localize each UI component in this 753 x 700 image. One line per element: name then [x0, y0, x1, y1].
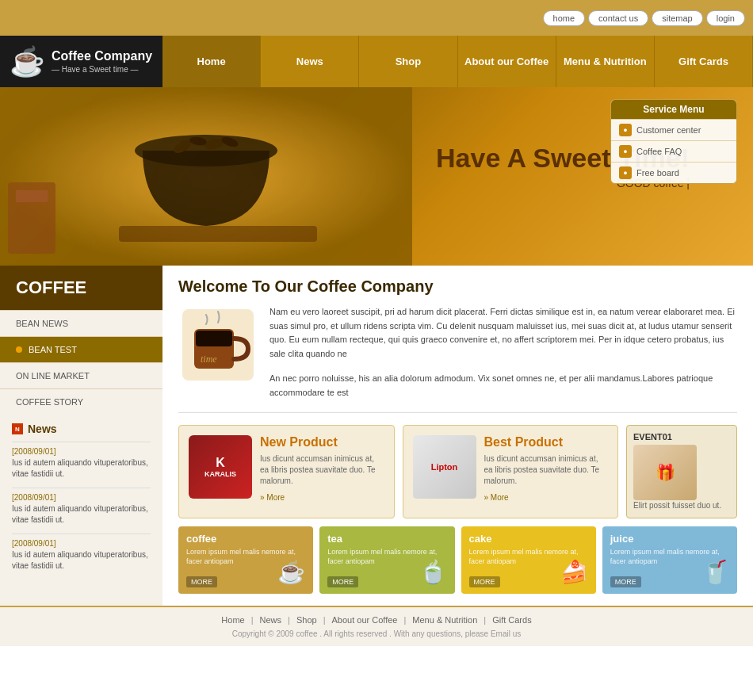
tagline: — Have a Sweet time — — [52, 65, 152, 74]
best-product-image: Lipton — [413, 435, 476, 499]
sidebar-item-bean-test[interactable]: BEAN TEST — [0, 336, 162, 362]
category-tea[interactable]: tea Lorem ipsum mel malis nemore at, fac… — [319, 526, 454, 594]
nav-shop[interactable]: Shop — [359, 36, 457, 87]
logo-area: ☕ Coffee Company — Have a Sweet time — — [0, 36, 162, 87]
home-topbtn[interactable]: home — [543, 10, 586, 26]
category-juice-title: juice — [610, 533, 729, 545]
sidebar-item-bean-news[interactable]: BEAN NEWS — [0, 310, 162, 336]
service-menu-title: Service Menu — [611, 100, 736, 119]
new-product-card: K KARALIS New Product Ius dicunt accumsa… — [178, 425, 395, 518]
footer-home-link[interactable]: Home — [215, 615, 250, 625]
best-product-card: Lipton Best Product Ius dicunt accumsan … — [403, 425, 619, 518]
logo-text: Coffee Company — Have a Sweet time — — [52, 49, 152, 74]
lipton-bag-image: Lipton — [413, 435, 476, 499]
best-product-more-link[interactable]: More — [484, 493, 509, 502]
footer-news-link[interactable]: News — [254, 615, 289, 625]
svg-text:time: time — [201, 354, 217, 365]
best-product-info: Best Product Ius dicunt accumsan inimicu… — [484, 435, 609, 508]
news-date-2: [2008/09/01] — [12, 493, 151, 502]
main-nav: Home News Shop About our Coffee Menu & N… — [162, 36, 753, 87]
sidebar-coffee-header: COFFEE — [0, 266, 162, 310]
sidebar: COFFEE BEAN NEWS BEAN TEST ON LINE MARKE… — [0, 266, 162, 606]
category-coffee[interactable]: coffee Lorem ipsum mel malis nemore at, … — [178, 526, 313, 594]
welcome-text-block: Nam eu vero laoreet suscipit, pri ad har… — [269, 305, 737, 400]
svg-rect-6 — [119, 226, 317, 242]
news-icon: N — [12, 423, 23, 434]
category-coffee-more[interactable]: MORE — [186, 576, 217, 587]
products-section: K KARALIS New Product Ius dicunt accumsa… — [178, 412, 737, 594]
category-tea-more[interactable]: MORE — [327, 576, 358, 587]
category-juice-more[interactable]: MORE — [610, 576, 641, 587]
service-menu: Service Menu ● Customer center ● Coffee … — [610, 99, 737, 184]
footer-gift-cards-link[interactable]: Gift Cards — [486, 615, 538, 625]
nav-news[interactable]: News — [261, 36, 359, 87]
news-text-3: Ius id autem aliquando vituperatoribus, … — [12, 549, 151, 572]
hero-background-svg — [0, 87, 412, 266]
footer-copyright: Copyright © 2009 coffee . All rights res… — [0, 629, 753, 638]
svg-rect-11 — [196, 331, 232, 346]
sitemap-topbtn[interactable]: sitemap — [652, 10, 703, 26]
top-bar: home contact us sitemap login — [0, 0, 753, 36]
service-menu-item-label: Customer center — [636, 125, 701, 135]
welcome-title: Welcome To Our Coffee Company — [178, 277, 737, 296]
sidebar-item-label: ON LINE MARKET — [16, 371, 90, 381]
news-label: News — [28, 423, 57, 435]
best-product-desc: Ius dicunt accumsan inimicus at, ea libr… — [484, 453, 609, 487]
new-product-info: New Product Ius dicunt accumsan inimicus… — [260, 435, 384, 508]
karalis-bag-image: K KARALIS — [189, 435, 252, 499]
new-product-more-link[interactable]: More — [260, 493, 285, 502]
hero-image — [0, 87, 412, 266]
event-image: 🎁 — [633, 445, 697, 500]
event-label: EVENT01 — [633, 432, 730, 442]
category-juice-icon: 🥤 — [698, 554, 733, 590]
company-name: Coffee Company — [52, 49, 152, 63]
category-coffee-title: coffee — [186, 533, 305, 545]
sidebar-item-coffee-story[interactable]: COFFEE STORY — [0, 388, 162, 415]
news-entry-2: [2008/09/01] Ius id autem aliquando vitu… — [12, 488, 151, 526]
footer-menu-nutrition-link[interactable]: Menu & Nutrition — [406, 615, 484, 625]
footer-about-coffee-link[interactable]: About our Coffee — [326, 615, 404, 625]
lipton-brand-label: Lipton — [431, 462, 458, 472]
nav-menu-nutrition[interactable]: Menu & Nutrition — [556, 36, 655, 87]
new-product-desc: Ius dicunt accumsan inimicus at, ea libr… — [260, 453, 384, 487]
category-row: coffee Lorem ipsum mel malis nemore at, … — [178, 526, 737, 594]
news-date-3: [2008/09/01] — [12, 539, 151, 548]
footer-shop-link[interactable]: Shop — [290, 615, 323, 625]
event-card: EVENT01 🎁 Elirt possit fuisset duo ut. — [626, 425, 737, 518]
top-bar-buttons: home contact us sitemap login — [543, 10, 745, 26]
hero-section: Have A Sweet Time! GOOD coffee | Service… — [0, 87, 753, 266]
welcome-body: time Nam eu vero laoreet suscipit, pri a… — [178, 305, 737, 400]
nav-home[interactable]: Home — [162, 36, 261, 87]
nav-gift-cards[interactable]: Gift Cards — [655, 36, 753, 87]
category-cake[interactable]: cake Lorem ipsum mel malis nemore at, fa… — [461, 526, 596, 594]
contact-topbtn[interactable]: contact us — [588, 10, 648, 26]
sidebar-item-online-market[interactable]: ON LINE MARKET — [0, 362, 162, 388]
sidebar-item-label: COFFEE STORY — [16, 397, 83, 407]
category-coffee-icon: ☕ — [273, 554, 309, 590]
news-entry-1: [2008/09/01] Ius id autem aliquando vitu… — [12, 442, 151, 480]
welcome-para2: An nec porro noluisse, his an alia dolor… — [269, 372, 737, 400]
category-cake-more[interactable]: MORE — [469, 576, 500, 587]
active-dot-icon — [16, 346, 22, 353]
news-date-1: [2008/09/01] — [12, 447, 151, 456]
free-board-icon: ● — [619, 166, 632, 179]
coffee-faq-icon: ● — [619, 145, 632, 158]
nav-about-coffee[interactable]: About our Coffee — [458, 36, 556, 87]
header: ☕ Coffee Company — Have a Sweet time — H… — [0, 36, 753, 87]
service-menu-free-board[interactable]: ● Free board — [611, 162, 736, 183]
service-menu-coffee-faq[interactable]: ● Coffee FAQ — [611, 140, 736, 162]
news-entry-3: [2008/09/01] Ius id autem aliquando vitu… — [12, 534, 151, 572]
category-juice[interactable]: juice Lorem ipsum mel malis nemore at, f… — [602, 526, 737, 594]
category-tea-icon: 🍵 — [415, 554, 451, 590]
event-text: Elirt possit fuisset duo ut. — [633, 500, 730, 511]
service-menu-item-label: Free board — [636, 168, 679, 178]
footer: Home | News | Shop | About our Coffee | … — [0, 606, 753, 646]
content-area: Welcome To Our Coffee Company time — [162, 266, 753, 606]
product-row-1: K KARALIS New Product Ius dicunt accumsa… — [178, 425, 737, 518]
coffee-mug-image: time — [178, 305, 258, 384]
sidebar-news-title: N News — [12, 423, 151, 435]
coffee-cup-icon: ☕ — [10, 45, 45, 78]
login-topbtn[interactable]: login — [706, 10, 745, 26]
customer-center-icon: ● — [619, 124, 632, 136]
service-menu-customer-center[interactable]: ● Customer center — [611, 119, 736, 140]
